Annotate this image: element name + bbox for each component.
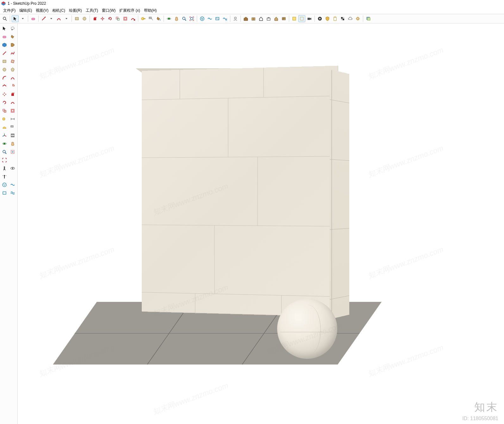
rect-rot-icon[interactable] bbox=[9, 58, 16, 65]
line-icon[interactable] bbox=[1, 49, 8, 57]
select-cursor-icon[interactable] bbox=[12, 15, 19, 22]
scale-red-icon[interactable] bbox=[1, 107, 8, 115]
tape-icon[interactable] bbox=[140, 15, 147, 22]
rotate-icon[interactable] bbox=[107, 15, 114, 22]
text-label-icon[interactable]: A1 bbox=[9, 123, 16, 131]
polygon-icon[interactable] bbox=[9, 66, 16, 73]
viewport-3d[interactable]: 知末网www.znzmo.com 知末网www.znzmo.com 知末网www… bbox=[18, 23, 504, 424]
walk-icon[interactable] bbox=[1, 165, 8, 172]
line-icon[interactable] bbox=[40, 15, 47, 22]
eraser-icon[interactable] bbox=[1, 33, 8, 41]
pushpull-icon[interactable] bbox=[91, 15, 98, 22]
image-stack-icon[interactable] bbox=[365, 15, 372, 22]
pan-icon[interactable] bbox=[173, 15, 180, 22]
axes-icon[interactable] bbox=[1, 132, 8, 139]
menu-edit[interactable]: 编辑(E) bbox=[17, 7, 34, 14]
arc2pt-icon[interactable] bbox=[9, 74, 16, 82]
tape-yellow-icon[interactable] bbox=[1, 115, 8, 123]
rectangle-icon[interactable] bbox=[1, 58, 8, 65]
vray-wave-icon[interactable] bbox=[9, 189, 16, 197]
svg-rect-41 bbox=[300, 17, 303, 20]
add-circle-icon[interactable] bbox=[316, 15, 323, 22]
vray-render-icon[interactable] bbox=[206, 15, 213, 22]
wall-icon[interactable] bbox=[280, 15, 287, 22]
shield-icon[interactable] bbox=[324, 15, 331, 22]
menu-view[interactable]: 视图(V) bbox=[34, 7, 50, 14]
left-toolbar: A1 bbox=[0, 23, 18, 424]
box-icon[interactable] bbox=[250, 15, 257, 22]
camera-icon[interactable] bbox=[306, 15, 313, 22]
orbit-icon[interactable] bbox=[165, 15, 172, 22]
vray-frame-icon[interactable] bbox=[214, 15, 221, 22]
zoom-icon[interactable] bbox=[1, 148, 8, 156]
component-icon[interactable] bbox=[291, 15, 298, 22]
dim-icon[interactable] bbox=[9, 115, 16, 123]
circle-icon[interactable] bbox=[1, 66, 8, 73]
followme-red-icon[interactable] bbox=[9, 99, 16, 106]
scene bbox=[18, 23, 504, 424]
warehouse-icon[interactable] bbox=[242, 15, 249, 22]
tag-brown-icon[interactable] bbox=[9, 41, 16, 49]
menu-camera[interactable]: 相机(C) bbox=[50, 7, 67, 14]
orbit-green-icon[interactable] bbox=[1, 140, 8, 147]
home-icon[interactable] bbox=[258, 15, 264, 22]
zoom-icon[interactable] bbox=[181, 15, 188, 22]
select-dropdown-icon[interactable] bbox=[19, 15, 26, 22]
svg-rect-35 bbox=[268, 17, 269, 18]
rectangle-icon[interactable] bbox=[73, 15, 80, 22]
zoom-extents-red-icon[interactable] bbox=[1, 156, 8, 164]
menu-tools[interactable]: 工具(T) bbox=[84, 7, 100, 14]
section-icon[interactable] bbox=[9, 132, 16, 139]
menu-extensions[interactable]: 扩展程序 (x) bbox=[117, 7, 142, 14]
checker-icon[interactable] bbox=[339, 15, 346, 22]
look-icon[interactable] bbox=[9, 165, 16, 172]
arc-icon[interactable] bbox=[55, 15, 62, 22]
search-icon[interactable] bbox=[1, 15, 8, 22]
menu-help[interactable]: 帮助(H) bbox=[142, 7, 159, 14]
menu-file[interactable]: 文件(F) bbox=[1, 7, 17, 14]
clipboard-icon[interactable] bbox=[332, 15, 339, 22]
vray-blue-icon[interactable] bbox=[1, 189, 8, 197]
zoom-extents-icon[interactable] bbox=[188, 15, 195, 22]
house-icon[interactable] bbox=[273, 15, 280, 22]
pushpull-icon[interactable] bbox=[9, 90, 16, 98]
protractor-icon[interactable] bbox=[1, 123, 8, 131]
circle-icon[interactable] bbox=[81, 15, 88, 22]
paint-bucket-icon[interactable] bbox=[9, 33, 16, 41]
vray-icon[interactable] bbox=[199, 15, 206, 22]
followme-icon[interactable] bbox=[129, 15, 136, 22]
arc-red-icon[interactable] bbox=[1, 74, 8, 82]
text-label-icon[interactable]: A1 bbox=[147, 15, 154, 22]
rotate-red-icon[interactable] bbox=[1, 99, 8, 106]
paint-bucket-icon[interactable] bbox=[155, 15, 162, 22]
zoom-window-icon[interactable] bbox=[9, 148, 16, 156]
move-icon[interactable] bbox=[99, 15, 106, 22]
lasso-icon[interactable] bbox=[9, 25, 16, 32]
user-icon[interactable] bbox=[232, 15, 239, 22]
move-red-icon[interactable] bbox=[1, 90, 8, 98]
menu-draw[interactable]: 绘图(R) bbox=[67, 7, 84, 14]
svg-rect-69 bbox=[12, 110, 14, 112]
cloud-icon[interactable] bbox=[347, 15, 354, 22]
scale-icon[interactable] bbox=[114, 15, 121, 22]
eraser-icon[interactable] bbox=[30, 15, 37, 22]
gear-icon[interactable] bbox=[354, 15, 361, 22]
cube-blue-icon[interactable] bbox=[1, 41, 8, 49]
select-cursor-icon[interactable] bbox=[1, 25, 8, 32]
vray-settings-icon[interactable] bbox=[221, 15, 228, 22]
bbox-icon[interactable] bbox=[298, 15, 305, 22]
briefcase-icon[interactable] bbox=[265, 15, 272, 22]
menu-window[interactable]: 窗口(W) bbox=[100, 7, 117, 14]
pan-green-icon[interactable] bbox=[9, 140, 16, 147]
arc-dropdown-icon[interactable] bbox=[63, 15, 70, 22]
offset-icon[interactable] bbox=[122, 15, 129, 22]
pie-icon[interactable] bbox=[9, 82, 16, 90]
offset-red-icon[interactable] bbox=[9, 107, 16, 115]
line-dropdown-icon[interactable] bbox=[48, 15, 55, 22]
arc3pt-icon[interactable] bbox=[1, 82, 8, 90]
freehand-red-icon[interactable] bbox=[9, 49, 16, 57]
position-icon[interactable] bbox=[1, 173, 8, 180]
svg-rect-4 bbox=[32, 18, 35, 20]
vray-asset-icon[interactable] bbox=[1, 181, 8, 189]
vray-light-icon[interactable] bbox=[9, 181, 16, 189]
